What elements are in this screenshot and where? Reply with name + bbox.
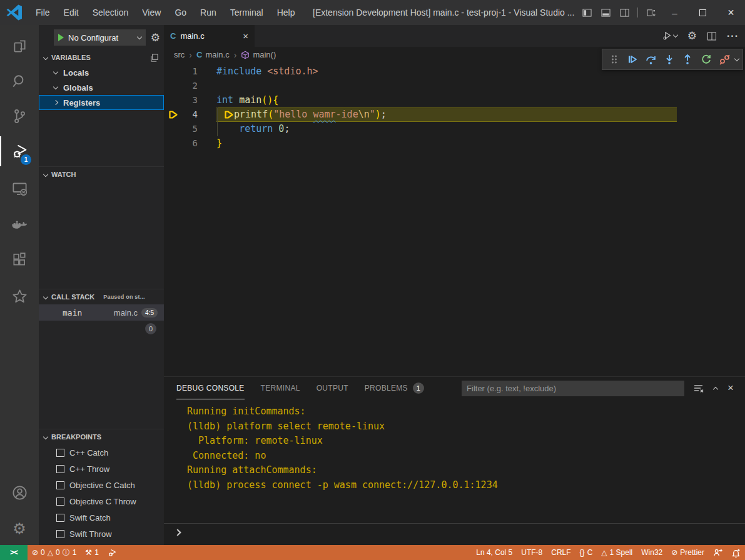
chevron-down-icon[interactable] — [734, 56, 739, 61]
toolbar-drag-handle[interactable] — [606, 51, 622, 68]
minimize-button[interactable]: – — [661, 0, 689, 25]
code-line-5[interactable]: 5 return 0; — [164, 122, 745, 136]
menu-item-file[interactable]: File — [29, 0, 57, 25]
start-debug-icon[interactable] — [58, 34, 64, 41]
breakpoint-checkbox[interactable] — [56, 498, 64, 506]
call-stack-header[interactable]: CALL STACK Paused on st... — [39, 289, 164, 304]
menubar: FileEditSelectionViewGoRunTerminalHelp — [29, 0, 302, 25]
run-or-debug-button[interactable] — [662, 31, 677, 41]
continue-button[interactable] — [624, 51, 640, 68]
toggle-panel-icon[interactable] — [596, 0, 615, 25]
chevron-down-icon — [53, 84, 58, 89]
tab-main-c[interactable]: C main.c × — [164, 25, 255, 47]
code-line-2[interactable]: 2 — [164, 79, 745, 93]
stack-frame-row[interactable]: main main.c 4:5 — [39, 304, 164, 321]
language-mode[interactable]: {} C — [575, 545, 597, 560]
more-actions-icon[interactable]: ··· — [727, 31, 739, 42]
code-line-3[interactable]: 3int main(){ — [164, 93, 745, 108]
breakpoint-checkbox[interactable] — [56, 530, 64, 538]
step-over-button[interactable] — [643, 51, 659, 68]
breakpoint-checkbox[interactable] — [56, 449, 64, 457]
explorer-icon[interactable] — [0, 31, 39, 61]
titlebar-separator — [637, 8, 638, 18]
glyph-margin — [164, 93, 183, 108]
menu-item-terminal[interactable]: Terminal — [223, 0, 270, 25]
launch-settings-gear-icon[interactable]: ⚙ — [151, 31, 160, 44]
remote-explorer-icon[interactable] — [0, 174, 39, 204]
cursor-position[interactable]: Ln 4, Col 5 — [472, 545, 517, 560]
editor-settings-gear-icon[interactable]: ⚙ — [687, 31, 697, 41]
console-filter-input[interactable] — [462, 381, 684, 396]
star-icon[interactable] — [0, 281, 39, 311]
variables-item-registers[interactable]: Registers — [39, 95, 164, 110]
menu-item-go[interactable]: Go — [168, 0, 193, 25]
code-line-6[interactable]: 6} — [164, 136, 745, 151]
clear-console-icon[interactable] — [693, 383, 704, 394]
variables-header[interactable]: VARIABLES — [39, 50, 164, 65]
panel-tab-problems[interactable]: PROBLEMS1 — [365, 378, 424, 399]
search-icon[interactable] — [0, 66, 39, 96]
eol-indicator[interactable]: CRLF — [547, 545, 575, 560]
debug-console-output[interactable]: Running initCommands:(lldb) platform sel… — [164, 399, 745, 523]
settings-gear-icon[interactable]: ⚙ — [0, 514, 39, 544]
breakpoint-row[interactable]: Objective C Throw — [39, 493, 164, 509]
split-editor-icon[interactable] — [707, 31, 717, 41]
breakpoint-checkbox[interactable] — [56, 481, 64, 489]
breadcrumb-item[interactable]: src — [174, 50, 185, 59]
code-line-4[interactable]: 4printf("hello wamr-ide\n"); — [164, 108, 745, 122]
collapse-all-icon[interactable] — [150, 53, 159, 62]
breakpoint-checkbox[interactable] — [56, 514, 64, 522]
breakpoint-row[interactable]: C++ Catch — [39, 444, 164, 461]
docker-icon[interactable] — [0, 210, 39, 240]
menu-item-run[interactable]: Run — [193, 0, 223, 25]
breakpoints-header[interactable]: BREAKPOINTS — [39, 429, 164, 444]
breakpoint-row[interactable]: C++ Throw — [39, 461, 164, 477]
disconnect-button[interactable] — [717, 51, 732, 68]
step-into-button[interactable] — [661, 51, 677, 68]
breakpoint-row[interactable]: Objective C Catch — [39, 477, 164, 493]
close-panel-icon[interactable]: × — [727, 382, 734, 394]
breakpoint-row[interactable]: Swift Throw — [39, 526, 164, 542]
menu-item-selection[interactable]: Selection — [86, 0, 136, 25]
run-and-debug-icon[interactable]: 1 — [0, 136, 39, 166]
remote-indicator[interactable]: >< — [0, 545, 28, 560]
breakpoint-row[interactable]: Swift Catch — [39, 509, 164, 526]
watch-header[interactable]: WATCH — [39, 167, 164, 182]
maximize-button[interactable] — [689, 0, 717, 25]
spell-checker-status[interactable]: △ 1 Spell — [597, 545, 637, 560]
maximize-panel-icon[interactable] — [713, 386, 718, 391]
restart-button[interactable] — [698, 51, 714, 68]
breakpoint-checkbox[interactable] — [56, 465, 64, 473]
panel-tab-debug-console[interactable]: DEBUG CONSOLE — [176, 378, 245, 399]
menu-item-view[interactable]: View — [135, 0, 168, 25]
panel-tab-terminal[interactable]: TERMINAL — [261, 378, 300, 399]
breadcrumb-item[interactable]: Cmain.c — [196, 50, 230, 59]
problems-status[interactable]: ⊘ 0 △ 0 ⓘ 1 — [28, 545, 81, 560]
toggle-sidebar-icon[interactable] — [577, 0, 596, 25]
account-icon[interactable] — [0, 478, 39, 508]
extensions-icon[interactable] — [0, 245, 39, 275]
toggle-secondary-sidebar-icon[interactable] — [615, 0, 634, 25]
source-control-icon[interactable] — [0, 101, 39, 131]
close-window-button[interactable]: × — [717, 0, 745, 25]
menu-item-help[interactable]: Help — [270, 0, 302, 25]
debug-console-input[interactable] — [164, 523, 745, 541]
feedback-icon[interactable] — [709, 545, 727, 560]
tools-status[interactable]: ⚒ 1 — [81, 545, 103, 560]
encoding-indicator[interactable]: UTF-8 — [517, 545, 547, 560]
platform-indicator[interactable]: Win32 — [637, 545, 667, 560]
variables-item-globals[interactable]: Globals — [39, 80, 164, 95]
debug-status-icon[interactable] — [103, 545, 121, 560]
tab-close-icon[interactable]: × — [243, 31, 248, 41]
menu-item-edit[interactable]: Edit — [57, 0, 86, 25]
step-out-button[interactable] — [680, 51, 696, 68]
breadcrumb-item[interactable]: main() — [241, 50, 276, 59]
debug-config-dropdown[interactable]: No Configurat — [54, 29, 146, 46]
variables-item-locals[interactable]: Locals — [39, 65, 164, 80]
notifications-bell-icon[interactable] — [727, 545, 745, 560]
formatter-status[interactable]: ⊘ Prettier — [667, 545, 709, 560]
panel-tab-output[interactable]: OUTPUT — [317, 378, 348, 399]
panel-tab-label: DEBUG CONSOLE — [176, 378, 245, 399]
code-area[interactable]: 1#include <stdio.h>23int main(){4printf(… — [164, 62, 745, 151]
customize-layout-icon[interactable] — [642, 0, 661, 25]
